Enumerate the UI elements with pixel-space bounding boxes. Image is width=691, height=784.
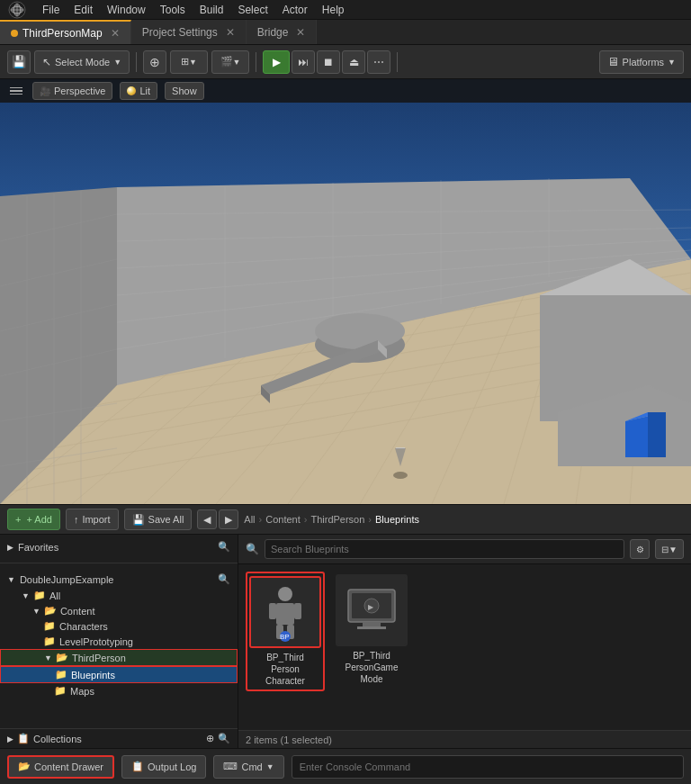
- add-collection-icon[interactable]: ⊕: [206, 733, 214, 744]
- save-all-label: Save All: [148, 514, 184, 525]
- breadcrumb-thirdperson[interactable]: ThirdPerson: [310, 514, 364, 525]
- triangle-right-icon: ▶: [7, 543, 13, 552]
- tree-item-blueprints[interactable]: 📁 Blueprints: [0, 666, 238, 683]
- tab-bridge[interactable]: Bridge ✕: [247, 20, 318, 44]
- save-button[interactable]: 💾: [7, 50, 31, 74]
- svg-point-48: [315, 313, 405, 349]
- save-all-button[interactable]: 💾 Save All: [124, 509, 193, 530]
- next-frame-button[interactable]: ⏭: [292, 50, 315, 74]
- tree-item-levelprototyping[interactable]: 📁 LevelPrototyping: [0, 634, 238, 649]
- menu-tools[interactable]: Tools: [154, 2, 192, 18]
- eject-button[interactable]: ⏏: [342, 50, 365, 74]
- import-button[interactable]: ↑ Import: [66, 509, 119, 530]
- folder-open-icon: 📁: [33, 590, 46, 601]
- tab-thirdpersonmap[interactable]: ThirdPersonMap ✕: [0, 20, 131, 44]
- tree-item-maps[interactable]: 📁 Maps: [0, 683, 238, 698]
- asset-label-character: BP_ThirdPersonCharacter: [265, 652, 305, 687]
- cmd-button[interactable]: ⌨ Cmd ▼: [213, 755, 283, 779]
- viewport[interactable]: [0, 79, 691, 504]
- output-log-label: Output Log: [148, 761, 196, 772]
- drawer-icon: 📂: [18, 761, 31, 772]
- viewport-canvas[interactable]: [0, 79, 691, 504]
- content-drawer-button[interactable]: 📂 Content Drawer: [7, 755, 114, 779]
- tree-root-header[interactable]: ▼ DoubleJumpExample 🔍: [0, 571, 238, 588]
- console-input[interactable]: [292, 755, 684, 779]
- close-icon[interactable]: ✕: [226, 26, 235, 39]
- forward-button[interactable]: ▶: [219, 509, 238, 529]
- select-mode-button[interactable]: ↖ Select Mode ▼: [34, 50, 130, 74]
- triangle-down-icon: ▼: [7, 575, 15, 584]
- tree-item-label: Content: [60, 606, 95, 617]
- tree-root-label: DoubleJumpExample: [20, 574, 114, 585]
- stop-button[interactable]: ⏹: [317, 50, 340, 74]
- grid-icon: ⊞: [181, 56, 189, 68]
- asset-bp-thirdperson-character[interactable]: BP BP_ThirdPersonCharacter: [246, 572, 325, 691]
- menu-help[interactable]: Help: [316, 2, 351, 18]
- lit-button[interactable]: Lit: [120, 82, 157, 100]
- menu-window[interactable]: Window: [101, 2, 152, 18]
- tree-search-icon[interactable]: 🔍: [218, 573, 230, 585]
- transform-tool-button[interactable]: ⊕: [143, 50, 166, 74]
- view-options-button[interactable]: ⊟▼: [655, 539, 684, 559]
- tree-item-all[interactable]: ▼ 📁 All: [0, 588, 238, 603]
- viewport-menu-icon[interactable]: [7, 85, 25, 98]
- favorites-header[interactable]: ▶ Favorites 🔍: [0, 538, 238, 555]
- folder-icon: 📁: [55, 669, 67, 680]
- close-icon[interactable]: ✕: [296, 26, 305, 39]
- asset-thumbnail-character: BP: [249, 576, 321, 648]
- toolbar-separator-1: [136, 52, 137, 72]
- collections-icon: 📋: [17, 733, 30, 744]
- triangle-down-icon: ▼: [44, 653, 52, 662]
- tree-item-thirdperson[interactable]: ▼ 📂 ThirdPerson: [0, 649, 238, 666]
- perspective-icon: 🎥: [40, 86, 50, 96]
- play-button[interactable]: ▶: [263, 50, 290, 74]
- tree-item-content[interactable]: ▼ 📂 Content: [0, 603, 238, 618]
- search-bar: 🔍 ⚙ ⊟▼: [238, 535, 691, 564]
- svg-rect-66: [294, 603, 301, 619]
- cmd-label: Cmd: [241, 761, 262, 772]
- lit-icon: [127, 86, 136, 95]
- asset-bp-thirdperson-gamemode[interactable]: ▶ BP_ThirdPersonGameMode: [332, 572, 411, 688]
- camera-button[interactable]: 🎬 ▼: [211, 50, 249, 74]
- platforms-button[interactable]: 🖥 Platforms ▼: [599, 50, 684, 74]
- cursor-icon: ↖: [42, 56, 51, 68]
- breadcrumb-content[interactable]: Content: [265, 514, 301, 525]
- svg-rect-74: [363, 622, 381, 626]
- filter-settings-button[interactable]: ⚙: [630, 539, 650, 559]
- menu-actor[interactable]: Actor: [276, 2, 314, 18]
- menu-build[interactable]: Build: [193, 2, 230, 18]
- show-button[interactable]: Show: [165, 82, 204, 100]
- folder-icon: 📁: [43, 620, 56, 632]
- tab-label: Bridge: [257, 26, 289, 39]
- chevron-down-icon: ▼: [266, 762, 274, 771]
- tree-section: ▼ DoubleJumpExample 🔍 ▼ 📁 All ▼ 📂 Conten…: [0, 567, 238, 702]
- app-logo[interactable]: [5, 2, 29, 18]
- search-collection-icon[interactable]: 🔍: [218, 733, 230, 744]
- add-button[interactable]: + + Add: [7, 509, 60, 530]
- perspective-button[interactable]: 🎥 Perspective: [32, 82, 112, 100]
- svg-marker-58: [648, 412, 666, 457]
- collections-header[interactable]: ▶ 📋 Collections ⊕ 🔍: [0, 728, 238, 748]
- import-label: Import: [82, 514, 110, 525]
- menu-file[interactable]: File: [36, 2, 66, 18]
- spacer: [0, 702, 238, 728]
- divider-1: [0, 563, 238, 563]
- snap-button[interactable]: ⊞ ▼: [170, 50, 208, 74]
- settings-button[interactable]: ⋯: [367, 50, 390, 74]
- favorites-search-icon[interactable]: 🔍: [218, 541, 230, 553]
- tab-project-settings[interactable]: Project Settings ✕: [131, 20, 247, 44]
- menu-edit[interactable]: Edit: [67, 2, 99, 18]
- tree-item-characters[interactable]: 📁 Characters: [0, 618, 238, 634]
- chevron-down-icon: ▼: [233, 58, 241, 67]
- close-icon[interactable]: ✕: [111, 27, 120, 40]
- search-input[interactable]: [265, 539, 624, 559]
- tab-bar: ThirdPersonMap ✕ Project Settings ✕ Brid…: [0, 20, 691, 45]
- breadcrumb-all[interactable]: All: [244, 514, 255, 525]
- content-browser-toolbar: + + Add ↑ Import 💾 Save All ◀ ▶ All › Co…: [0, 504, 691, 535]
- menu-select[interactable]: Select: [231, 2, 274, 18]
- output-log-button[interactable]: 📋 Output Log: [121, 755, 206, 779]
- search-icon: 🔍: [246, 543, 259, 555]
- back-button[interactable]: ◀: [197, 509, 217, 529]
- breadcrumb-sep-3: ›: [368, 514, 372, 525]
- content-browser-right-panel: 🔍 ⚙ ⊟▼: [238, 535, 691, 748]
